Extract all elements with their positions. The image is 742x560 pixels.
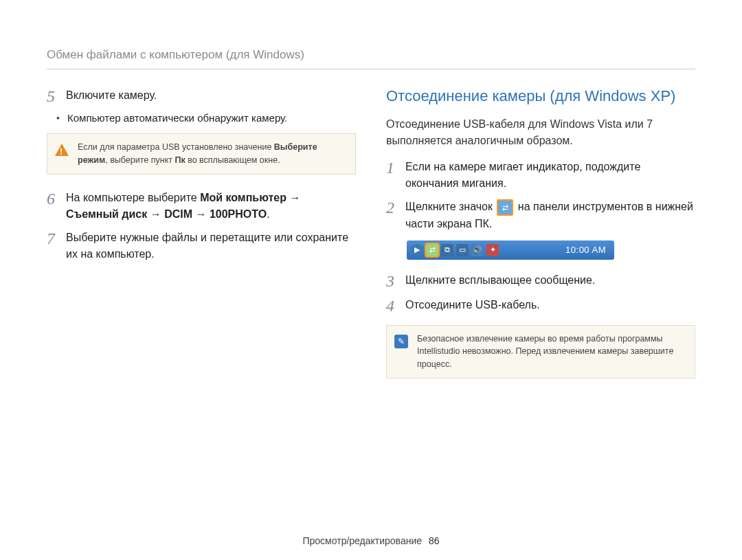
left-column: 5 Включите камеру. Компьютер автоматичес… [47, 87, 356, 528]
footer-section: Просмотр/редактирование [302, 535, 422, 546]
step-7: 7 Выберите нужные файлы и перетащите или… [47, 229, 356, 262]
step2-pre: Щелкните значок [405, 201, 495, 212]
step-text: Выберите нужные файлы и перетащите или с… [66, 229, 356, 262]
document-page: Обмен файлами с компьютером (для Windows… [0, 0, 742, 560]
tray-security-icon: ✦ [486, 244, 499, 256]
section-title: Отсоединение камеры (для Windows XP) [386, 87, 695, 105]
step-text: Включите камеру. [66, 87, 157, 104]
info-note: ✎ Безопасное извлечение камеры во время … [386, 325, 695, 379]
arrow: → [192, 208, 210, 220]
step6-b3: DCIM [164, 208, 192, 220]
step-2: 2 Щелкните значок ⇄ на панели инструмент… [386, 199, 695, 232]
tray-sound-icon: 🔊 [471, 244, 484, 256]
warning-text-part2: , выберите пункт [105, 155, 175, 165]
content-columns: 5 Включите камеру. Компьютер автоматичес… [47, 87, 695, 528]
step6-pre: На компьютере выберите [66, 192, 200, 203]
tray-safe-remove-icon: ⇄ [426, 244, 438, 256]
page-header: Обмен файлами с компьютером (для Windows… [47, 48, 695, 69]
step-3: 3 Щелкните всплывающее сообщение. [386, 272, 695, 290]
step6-dot: . [267, 208, 269, 220]
info-text: Безопасное извлечение камеры во время ра… [417, 334, 673, 370]
header-title: Обмен файлами с компьютером (для Windows… [47, 48, 304, 61]
tray-display-icon: ▭ [456, 244, 469, 256]
step-text: Щелкните значок ⇄ на панели инструментов… [405, 199, 695, 232]
safe-remove-hardware-icon: ⇄ [497, 199, 513, 216]
step-number: 4 [386, 297, 405, 315]
taskbar-screenshot: ▶ ⇄ ⧉ ▭ 🔊 ✦ 10:00 AM [407, 240, 614, 260]
step-text: Отсоедините USB-кабель. [405, 297, 540, 313]
step-text: На компьютере выберите Мой компьютер → С… [66, 190, 356, 223]
warning-note: Если для параметра USB установлено значе… [47, 133, 356, 175]
step-number: 2 [386, 199, 405, 216]
warning-text-part1: Если для параметра USB установлено значе… [78, 142, 274, 152]
step6-b2: Съемный диск [66, 208, 147, 220]
warning-triangle-icon [54, 142, 69, 157]
intro-text: Отсоединение USB-кабеля для Windows Vist… [386, 116, 695, 149]
tray-network-icon: ⧉ [441, 244, 453, 256]
right-column: Отсоединение камеры (для Windows XP) Отс… [386, 87, 695, 528]
taskbar-clock: 10:00 AM [561, 245, 610, 255]
step-5: 5 Включите камеру. [47, 87, 356, 105]
arrow: → [147, 208, 164, 220]
arrow: → [286, 192, 300, 203]
step-1: 1 Если на камере мигает индикатор, подож… [386, 159, 695, 192]
step-number: 3 [386, 272, 405, 290]
step-6: 6 На компьютере выберите Мой компьютер →… [47, 190, 356, 223]
step-4: 4 Отсоедините USB-кабель. [386, 297, 695, 315]
step6-b1: Мой компьютер [200, 192, 286, 203]
step-number: 6 [47, 190, 66, 208]
warning-text-part3: во всплывающем окне. [186, 155, 280, 165]
footer-page-number: 86 [429, 535, 440, 546]
tray-media-icon: ▶ [411, 244, 423, 256]
step-number: 1 [386, 159, 405, 177]
warning-bold2: Пк [175, 155, 185, 165]
step-text: Если на камере мигает индикатор, подожди… [405, 159, 695, 192]
step-5-bullet: Компьютер автоматически обнаружит камеру… [47, 112, 356, 124]
step6-b4: 100PHOTO [210, 208, 267, 220]
step-text: Щелкните всплывающее сообщение. [405, 272, 595, 289]
info-square-icon: ✎ [394, 334, 409, 349]
step-number: 7 [47, 229, 66, 247]
step-number: 5 [47, 87, 66, 105]
page-footer: Просмотр/редактирование 86 [47, 528, 695, 546]
